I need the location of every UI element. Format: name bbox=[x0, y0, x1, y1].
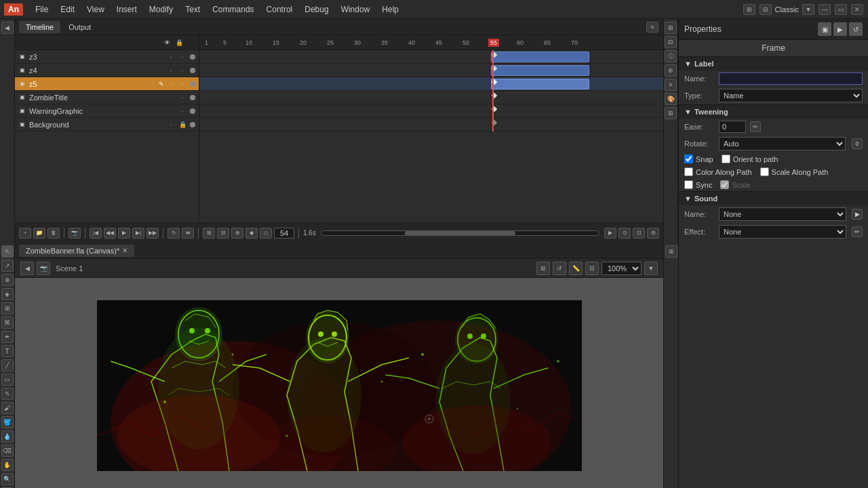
gradient-tool[interactable]: ◈ bbox=[1, 288, 14, 300]
onion2-btn[interactable]: ⊡ bbox=[633, 228, 645, 239]
lasso-tool[interactable]: ⌘ bbox=[1, 317, 14, 329]
layer-row-warninggraphic[interactable]: ▣ WarningGraphic · bbox=[15, 104, 199, 118]
hand-tool[interactable]: ✋ bbox=[1, 459, 14, 471]
menu-modify[interactable]: Modify bbox=[144, 3, 178, 16]
next-keyframe-btn[interactable]: ▶▶ bbox=[146, 228, 159, 239]
edit-ease-btn[interactable]: ✏ bbox=[750, 121, 761, 132]
sound-edit-btn[interactable]: ▶ bbox=[852, 209, 863, 220]
menu-view[interactable]: View bbox=[81, 3, 110, 16]
frame-row-zombietitle[interactable] bbox=[199, 91, 663, 104]
layer-row-zombietitle[interactable]: ▣ ZombieTitle · bbox=[15, 91, 199, 104]
brush-tool[interactable]: 🖌 bbox=[1, 402, 14, 414]
tweening-section-header[interactable]: ▼ Tweening bbox=[679, 105, 868, 119]
scale-along-checkbox[interactable] bbox=[760, 167, 769, 176]
orient-checkbox[interactable] bbox=[722, 155, 730, 163]
play-btn[interactable]: ▶ bbox=[118, 228, 130, 239]
layer-vis-bg[interactable]: · bbox=[166, 120, 176, 129]
rotate-count-btn[interactable]: 0 bbox=[852, 138, 863, 149]
menu-text[interactable]: Text bbox=[180, 3, 205, 16]
layer-vis-zt[interactable]: · bbox=[178, 93, 187, 102]
clear-kf-btn[interactable]: ◇ bbox=[260, 228, 272, 239]
pencil-tool[interactable]: ✎ bbox=[1, 388, 14, 400]
paint-bucket-tool[interactable]: 🪣 bbox=[1, 416, 14, 428]
canvas-tab-close-icon[interactable]: ✕ bbox=[122, 247, 127, 254]
menu-insert[interactable]: Insert bbox=[111, 3, 142, 16]
layer-vis-z5[interactable]: · bbox=[166, 79, 176, 89]
frame-row-warninggraphic[interactable] bbox=[199, 104, 663, 118]
search-icon[interactable]: ⊞ bbox=[743, 4, 755, 15]
clip-btn[interactable]: ⊞ bbox=[536, 262, 550, 275]
ease-input[interactable] bbox=[719, 121, 746, 133]
loop2-btn[interactable]: ⇄ bbox=[182, 228, 194, 239]
layer-lock-z5[interactable]: · bbox=[178, 79, 187, 89]
sync-checkbox-item[interactable]: Sync bbox=[684, 180, 712, 189]
onion-btn[interactable]: ⊙ bbox=[618, 228, 631, 239]
menu-window[interactable]: Window bbox=[336, 3, 376, 16]
frame-row-background[interactable] bbox=[199, 118, 663, 131]
layer-row-background[interactable]: ▣ Background · 🔒 bbox=[15, 118, 199, 131]
props-frame-icon[interactable]: ▣ bbox=[818, 22, 831, 36]
camera-btn[interactable]: 📷 bbox=[68, 228, 81, 239]
delete-layer-btn[interactable]: 🗑 bbox=[47, 228, 60, 239]
prev-keyframe-btn[interactable]: |◀ bbox=[90, 228, 102, 239]
properties-icon-btn[interactable]: ⊞ bbox=[665, 22, 677, 34]
zoom-dropdown-btn[interactable]: ▼ bbox=[644, 262, 658, 275]
sync-checkbox[interactable] bbox=[684, 180, 693, 189]
rect-tool[interactable]: ▭ bbox=[1, 373, 14, 386]
layer-vis-wg[interactable]: · bbox=[178, 106, 187, 116]
color-panel-btn[interactable]: 🎨 bbox=[665, 93, 677, 105]
3d-tool[interactable]: ⊞ bbox=[1, 302, 14, 314]
subselect-tool[interactable]: ↗ bbox=[1, 260, 14, 272]
add-layer-btn[interactable]: + bbox=[19, 228, 31, 239]
ruler-btn[interactable]: 📏 bbox=[569, 262, 583, 275]
next-frame-btn[interactable]: ▶| bbox=[132, 228, 144, 239]
menu-file[interactable]: File bbox=[30, 3, 54, 16]
label-section-header[interactable]: ▼ Label bbox=[679, 57, 868, 70]
rotate-view-btn[interactable]: ↺ bbox=[553, 262, 566, 275]
insert-kf-btn[interactable]: ◆ bbox=[245, 228, 258, 239]
workspace-btn[interactable]: ⊟ bbox=[760, 4, 772, 15]
transform-btn[interactable]: ⊕ bbox=[665, 64, 677, 77]
snap-checkbox-item[interactable]: Snap bbox=[684, 155, 713, 163]
type-select[interactable]: Name bbox=[719, 89, 863, 102]
eyedropper-tool[interactable]: 💧 bbox=[1, 430, 14, 443]
motion-editor-btn[interactable]: ⊟ bbox=[665, 36, 677, 48]
menu-control[interactable]: Control bbox=[261, 3, 298, 16]
tab-output[interactable]: Output bbox=[62, 21, 98, 33]
effect-edit-btn[interactable]: ✏ bbox=[852, 226, 863, 237]
settings-btn[interactable]: ⚙ bbox=[647, 228, 659, 239]
insert-frame-btn[interactable]: ⊞ bbox=[203, 228, 215, 239]
rewind-btn[interactable]: ◀◀ bbox=[104, 228, 116, 239]
canvas-rsb-btn1[interactable]: ⊞ bbox=[665, 245, 677, 258]
canvas-tab-main[interactable]: ZombieBanner.fla (Canvas)* ✕ bbox=[19, 245, 134, 257]
rotate-select[interactable]: Auto bbox=[719, 137, 846, 150]
line-tool[interactable]: ╱ bbox=[1, 359, 14, 371]
scale-along-checkbox-item[interactable]: Scale Along Path bbox=[760, 167, 829, 176]
sound-section-header[interactable]: ▼ Sound bbox=[679, 192, 868, 205]
layer-row-z5[interactable]: ▣ z5 ✎ · · bbox=[15, 77, 199, 91]
menu-help[interactable]: Help bbox=[376, 3, 404, 16]
workspace-dropdown-icon[interactable]: ▼ bbox=[802, 4, 814, 15]
minimize-btn[interactable]: — bbox=[818, 4, 831, 15]
props-reset-icon[interactable]: ↺ bbox=[849, 22, 863, 36]
timeline-options-btn[interactable]: ≡ bbox=[646, 22, 658, 33]
collapse-btn[interactable]: ◀ bbox=[1, 22, 14, 34]
add-folder-btn[interactable]: 📁 bbox=[33, 228, 45, 239]
delete-frame-btn[interactable]: ⊟ bbox=[217, 228, 229, 239]
frame-row-z3[interactable] bbox=[199, 50, 663, 64]
tab-timeline[interactable]: Timeline bbox=[19, 21, 60, 33]
layer-vis-z3[interactable]: · bbox=[166, 52, 176, 62]
snap-grid-btn[interactable]: ⊟ bbox=[585, 262, 599, 275]
effect-select[interactable]: None bbox=[719, 225, 846, 239]
loop-btn[interactable]: ↻ bbox=[167, 228, 180, 239]
create-tween-btn[interactable]: ⊕ bbox=[231, 228, 243, 239]
color-along-checkbox[interactable] bbox=[684, 167, 693, 176]
frame-row-z4[interactable] bbox=[199, 64, 663, 77]
menu-debug[interactable]: Debug bbox=[299, 3, 334, 16]
text-tool[interactable]: T bbox=[1, 345, 14, 357]
align-btn[interactable]: ≡ bbox=[665, 79, 677, 91]
samples-btn[interactable]: ⊞ bbox=[665, 107, 677, 119]
name-input[interactable] bbox=[719, 73, 863, 85]
scroll-area[interactable] bbox=[321, 230, 599, 236]
menu-commands[interactable]: Commands bbox=[207, 3, 259, 16]
